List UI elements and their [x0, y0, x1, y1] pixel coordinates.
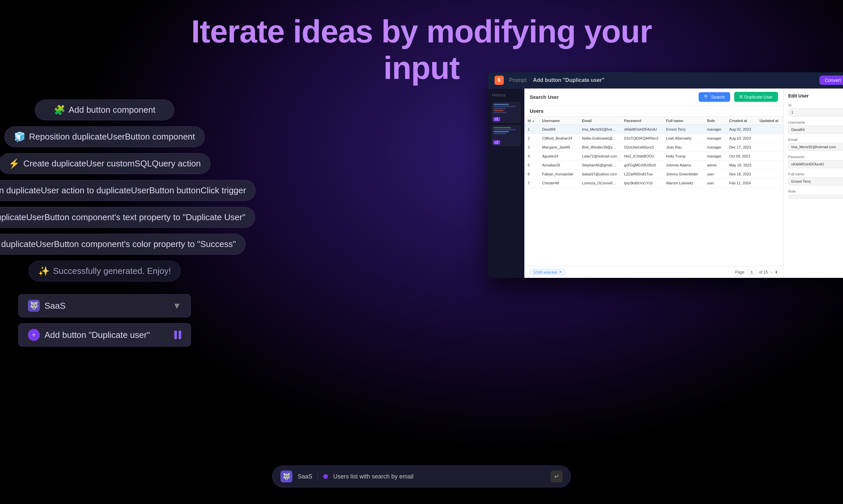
page-total: of 15	[759, 270, 768, 274]
field-value: Ima_Mertz92@hotmail.com	[788, 143, 843, 151]
users-section-header: Users	[524, 105, 783, 117]
add-icon: +	[28, 329, 40, 341]
step-7: ✨ Successfully generated. Enjoy!	[29, 260, 181, 282]
field-label: Username	[788, 120, 843, 124]
edit-fields: Id 1 Username David94 Email Ima_Mertz92@…	[788, 103, 843, 199]
edit-field-group: Id 1	[788, 103, 843, 116]
history-thumb-1[interactable]: v1	[492, 102, 520, 123]
search-user-label: Search User	[530, 94, 695, 100]
chat-app-icon: 🐺	[280, 470, 292, 483]
prompt-label: Prompt:	[509, 77, 528, 83]
main-content: Search User 🔍 Search ⧉ Duplicate User Us…	[524, 89, 783, 278]
edit-field-group: Password nKkkMOsHDFAzolU	[788, 155, 843, 168]
history-thumb-2[interactable]: v2	[492, 125, 520, 146]
table-row[interactable]: 5 Annalise26 Stephan46@gmail.com gzFGgMG…	[524, 161, 783, 170]
step-2-emoji: 🧊	[14, 131, 25, 142]
field-value: 1	[788, 108, 843, 116]
left-panel: 🧩 Add button component 🧊 Reposition dupl…	[0, 86, 209, 360]
step-5: 🛠 Set duplicateUserButton component's te…	[0, 207, 255, 228]
thumb-badge-1: v1	[493, 117, 500, 121]
field-value	[788, 195, 843, 199]
step-3-emoji: ⚡	[8, 158, 20, 169]
page-input[interactable]	[747, 269, 756, 275]
bottom-chat-bar[interactable]: 🐺 SaaS Users list with search by email ↵	[272, 466, 571, 487]
chat-separator	[317, 472, 318, 481]
thumb-line	[494, 131, 509, 132]
thumb-line	[494, 112, 506, 113]
thumb-line	[494, 110, 503, 111]
prompt-text: Add button "Duplicate user"	[533, 77, 604, 83]
table-row[interactable]: 7 Chester48 Lorenza_OConnell8@yahoo.com …	[524, 179, 783, 188]
thumb-line	[494, 127, 511, 128]
edit-field-group: Username David94	[788, 120, 843, 133]
window-topbar: 6 Prompt: Add button "Duplicate user" Co…	[488, 72, 843, 89]
edit-field-group: Email Ima_Mertz92@hotmail.com	[788, 138, 843, 151]
col-role[interactable]: Role	[704, 117, 726, 125]
window-logo: 6	[495, 76, 504, 85]
edit-panel: Edit User Id 1 Username David94 Email Im…	[783, 89, 843, 278]
pagination: Page of 15 › ⬇	[735, 269, 778, 275]
col-created[interactable]: Created at	[726, 117, 756, 125]
pause-button[interactable]	[174, 330, 181, 339]
edit-panel-title: Edit User	[788, 93, 843, 98]
clear-selection-icon[interactable]: ✕	[559, 270, 562, 274]
chat-status-dot	[323, 474, 328, 479]
pause-bar-right	[178, 330, 181, 339]
step-2: 🧊 Reposition duplicateUserButton compone…	[4, 126, 204, 147]
download-button[interactable]: ⬇	[775, 270, 778, 274]
thumb-line	[494, 104, 509, 105]
search-icon: 🔍	[704, 94, 709, 100]
thumb-line	[494, 108, 506, 109]
category-label: SaaS	[45, 301, 66, 311]
duplicate-user-button[interactable]: ⧉ Duplicate User	[734, 92, 778, 102]
col-password[interactable]: Password	[621, 117, 663, 125]
col-updated[interactable]: Updated at	[756, 117, 783, 125]
selected-badge: 1/100 selected ✕	[530, 269, 566, 275]
table-wrapper: Users Id Username Email Password Full na…	[524, 105, 783, 266]
window-body: History v1 v2	[488, 89, 843, 278]
next-page-button[interactable]: ›	[771, 270, 772, 274]
thumb-badge-2: v2	[493, 140, 500, 145]
col-fullname[interactable]: Full name	[663, 117, 704, 125]
chat-app-name: SaaS	[298, 473, 312, 480]
table-row[interactable]: 1 David94 Ima_Mertz92@hotmail.com nKkkMO…	[524, 125, 783, 134]
table-row[interactable]: 4 Agustin24 Laila72@hotmail.com I4e2_lCl…	[524, 152, 783, 161]
convert-button[interactable]: Convert	[820, 76, 843, 85]
table-row[interactable]: 6 Fabian_Konopelski lsaias97@yahoo.com L…	[524, 170, 783, 179]
chat-input-text[interactable]: Users list with search by email	[333, 473, 545, 480]
history-label: History	[492, 92, 520, 97]
send-icon: ↵	[554, 473, 559, 480]
edit-field-group: Full name Ernest Terry	[788, 172, 843, 185]
chat-send-button[interactable]: ↵	[551, 470, 563, 483]
field-label: Password	[788, 155, 843, 159]
table-row[interactable]: 2 Clifford_Beahan24 Nellie.Gutkowski@hot…	[524, 134, 783, 143]
field-label: Id	[788, 103, 843, 107]
step-7-emoji: ✨	[38, 266, 50, 276]
field-label: Role	[788, 189, 843, 193]
field-label: Email	[788, 138, 843, 142]
step-1-emoji: 🧩	[54, 105, 65, 115]
edit-field-group: Role	[788, 189, 843, 199]
table-row[interactable]: 3 Maryjane_Jast49 Bret_Windler39@yahoo.c…	[524, 143, 783, 152]
field-value: nKkkMOsHDFAzolU	[788, 160, 843, 168]
category-selector[interactable]: 🐺 SaaS ▼	[18, 294, 191, 317]
history-sidebar: History v1 v2	[488, 89, 524, 278]
table-footer: 1/100 selected ✕ Page of 15 › ⬇	[524, 266, 783, 278]
search-bar-row: Search User 🔍 Search ⧉ Duplicate User	[524, 89, 783, 105]
duplicate-icon: ⧉	[739, 94, 742, 100]
action-bar-label: Add button "Duplicate user"	[45, 330, 150, 340]
table-body: 1 David94 Ima_Mertz92@hotmail.com nKkkMO…	[524, 125, 783, 188]
col-username[interactable]: Username	[539, 117, 579, 125]
search-button[interactable]: 🔍 Search	[699, 92, 730, 102]
step-3: ⚡ Create duplicateUser customSQLQuery ac…	[0, 153, 210, 174]
step-6: 🛠 Set duplicateUserButton component's co…	[0, 234, 246, 255]
field-value: David94	[788, 126, 843, 133]
chevron-down-icon: ▼	[173, 301, 181, 311]
app-window: 6 Prompt: Add button "Duplicate user" Co…	[488, 72, 843, 278]
step-4: 🔧 Assign duplicateUser action to duplica…	[0, 180, 256, 201]
users-table: Id Username Email Password Full name Rol…	[524, 117, 783, 188]
category-icon: 🐺	[28, 300, 40, 312]
col-id[interactable]: Id	[524, 117, 539, 125]
action-bar: + Add button "Duplicate user"	[18, 323, 191, 346]
col-email[interactable]: Email	[579, 117, 621, 125]
